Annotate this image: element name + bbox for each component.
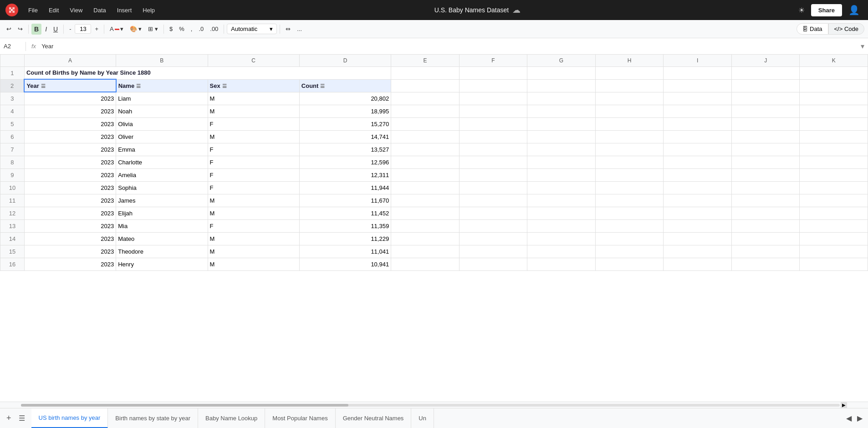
- cell-sex-16[interactable]: M: [208, 258, 299, 270]
- font-color-button[interactable]: A ▾: [107, 24, 126, 34]
- cell-year-7[interactable]: 2023: [24, 143, 116, 156]
- cell-h4[interactable]: [595, 105, 664, 117]
- cell-k16[interactable]: [800, 258, 868, 270]
- cell-count-15[interactable]: 11,041: [299, 245, 391, 258]
- col-header-h[interactable]: H: [595, 55, 664, 66]
- cell-k8[interactable]: [800, 156, 868, 168]
- cell-i6[interactable]: [664, 130, 732, 143]
- cell-j11[interactable]: [731, 194, 800, 207]
- cell-year-10[interactable]: 2023: [24, 181, 116, 194]
- cell-sex-14[interactable]: M: [208, 232, 299, 245]
- cell-h11[interactable]: [595, 194, 664, 207]
- cell-h6[interactable]: [595, 130, 664, 143]
- cell-year-6[interactable]: 2023: [24, 130, 116, 143]
- cell-h5[interactable]: [595, 117, 664, 130]
- cell-count-13[interactable]: 11,359: [299, 219, 391, 232]
- cell-f16[interactable]: [459, 258, 527, 270]
- cell-count-9[interactable]: 12,311: [299, 168, 391, 181]
- cell-name-12[interactable]: Elijah: [116, 207, 208, 219]
- cell-g14[interactable]: [527, 232, 596, 245]
- cell-i10[interactable]: [664, 181, 732, 194]
- cell-f10[interactable]: [459, 181, 527, 194]
- cell-name-11[interactable]: James: [116, 194, 208, 207]
- next-sheet-button[interactable]: ▶: [855, 412, 864, 424]
- cell-j15[interactable]: [731, 245, 800, 258]
- cell-i2[interactable]: [664, 79, 732, 92]
- cell-year-8[interactable]: 2023: [24, 156, 116, 168]
- font-size-decrease[interactable]: -: [66, 24, 74, 34]
- cell-h7[interactable]: [595, 143, 664, 156]
- cell-j12[interactable]: [731, 207, 800, 219]
- cell-e13[interactable]: [391, 219, 460, 232]
- cell-k10[interactable]: [800, 181, 868, 194]
- cell-sex-4[interactable]: M: [208, 105, 299, 117]
- cell-count-6[interactable]: 14,741: [299, 130, 391, 143]
- code-view-button[interactable]: </> Code: [828, 23, 865, 35]
- cell-name-4[interactable]: Noah: [116, 105, 208, 117]
- cell-f9[interactable]: [459, 168, 527, 181]
- cell-e12[interactable]: [391, 207, 460, 219]
- scroll-thumb[interactable]: [21, 404, 348, 407]
- cell-h13[interactable]: [595, 219, 664, 232]
- cell-count-8[interactable]: 12,596: [299, 156, 391, 168]
- cell-name-13[interactable]: Mia: [116, 219, 208, 232]
- cell-h8[interactable]: [595, 156, 664, 168]
- decimal0-button[interactable]: .0: [196, 24, 206, 34]
- cell-k12[interactable]: [800, 207, 868, 219]
- cell-f3[interactable]: [459, 92, 527, 105]
- col-header-a[interactable]: A: [24, 55, 116, 66]
- cell-h9[interactable]: [595, 168, 664, 181]
- cell-f11[interactable]: [459, 194, 527, 207]
- cell-f8[interactable]: [459, 156, 527, 168]
- cell-h12[interactable]: [595, 207, 664, 219]
- cell-sex-11[interactable]: M: [208, 194, 299, 207]
- col-header-f[interactable]: F: [459, 55, 527, 66]
- cell-k13[interactable]: [800, 219, 868, 232]
- cell-j16[interactable]: [731, 258, 800, 270]
- header-count[interactable]: Count☰: [299, 79, 391, 92]
- comma-format-button[interactable]: ,: [188, 24, 195, 34]
- cell-count-7[interactable]: 13,527: [299, 143, 391, 156]
- cell-j13[interactable]: [731, 219, 800, 232]
- cell-j3[interactable]: [731, 92, 800, 105]
- sheet-tab-2[interactable]: Baby Name Lookup: [198, 408, 265, 428]
- col-header-j[interactable]: J: [731, 55, 800, 66]
- cell-j4[interactable]: [731, 105, 800, 117]
- cell-h16[interactable]: [595, 258, 664, 270]
- cell-year-5[interactable]: 2023: [24, 117, 116, 130]
- cell-year-4[interactable]: 2023: [24, 105, 116, 117]
- cell-h3[interactable]: [595, 92, 664, 105]
- header-sex[interactable]: Sex☰: [208, 79, 299, 92]
- cell-g3[interactable]: [527, 92, 596, 105]
- sheets-menu-button[interactable]: ☰: [16, 412, 28, 424]
- cell-count-5[interactable]: 15,270: [299, 117, 391, 130]
- cell-h2[interactable]: [595, 79, 664, 92]
- cell-k11[interactable]: [800, 194, 868, 207]
- cell-g6[interactable]: [527, 130, 596, 143]
- cell-g5[interactable]: [527, 117, 596, 130]
- theme-toggle-button[interactable]: ☀: [796, 4, 807, 16]
- cell-e11[interactable]: [391, 194, 460, 207]
- cell-sex-13[interactable]: F: [208, 219, 299, 232]
- cell-k1[interactable]: [800, 66, 868, 79]
- cell-k15[interactable]: [800, 245, 868, 258]
- cell-sex-3[interactable]: M: [208, 92, 299, 105]
- cell-i13[interactable]: [664, 219, 732, 232]
- header-year[interactable]: Year☰: [24, 79, 116, 92]
- cell-h15[interactable]: [595, 245, 664, 258]
- cell-e4[interactable]: [391, 105, 460, 117]
- cell-f12[interactable]: [459, 207, 527, 219]
- col-header-c[interactable]: C: [208, 55, 299, 66]
- cell-h14[interactable]: [595, 232, 664, 245]
- cell-i3[interactable]: [664, 92, 732, 105]
- bold-button[interactable]: B: [31, 24, 41, 35]
- cell-name-3[interactable]: Liam: [116, 92, 208, 105]
- cell-name-7[interactable]: Emma: [116, 143, 208, 156]
- cell-f6[interactable]: [459, 130, 527, 143]
- filter-icon-year[interactable]: ☰: [41, 83, 46, 89]
- cell-sex-15[interactable]: M: [208, 245, 299, 258]
- header-name[interactable]: Name☰: [116, 79, 208, 92]
- cell-sex-9[interactable]: F: [208, 168, 299, 181]
- cell-e2[interactable]: [391, 79, 460, 92]
- menu-edit[interactable]: Edit: [44, 5, 63, 15]
